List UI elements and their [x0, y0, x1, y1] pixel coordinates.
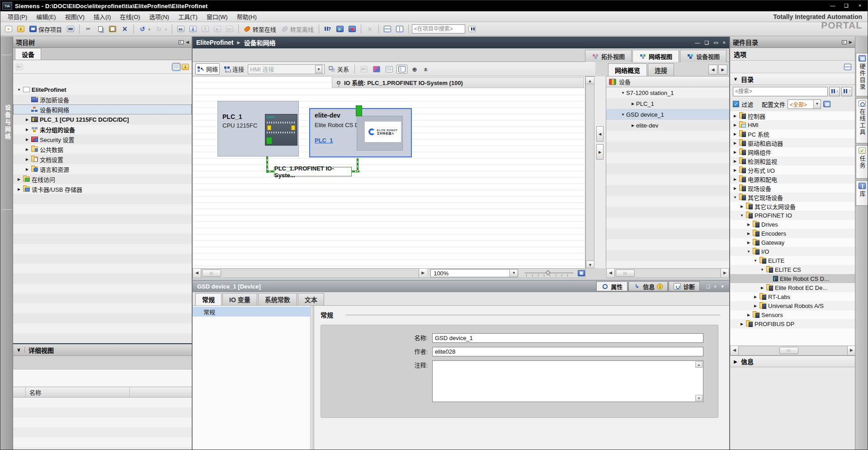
chevron-collapsed-icon[interactable]: ▶: [745, 241, 752, 245]
open-project-button[interactable]: [15, 24, 26, 33]
chevron-collapsed-icon[interactable]: ▶: [739, 204, 745, 208]
overview-row[interactable]: ▼GSD device_1: [606, 109, 729, 120]
zoom-slider[interactable]: [524, 270, 573, 276]
filter-checkbox[interactable]: ✓: [733, 101, 739, 107]
tab-texts[interactable]: 文本: [298, 293, 324, 305]
sidetab-online-tools[interactable]: 在线工具: [856, 98, 868, 143]
scroll-right-icon[interactable]: ▶: [721, 269, 729, 278]
tree-sort-icon[interactable]: [16, 64, 23, 70]
overview-row[interactable]: ▼S7-1200 station_1: [606, 87, 729, 98]
chevron-collapsed-icon[interactable]: ▶: [24, 157, 30, 161]
elite-device-node[interactable]: elite-dev Elite Robot CS D... PLC_1 ELIT…: [309, 108, 412, 157]
catalog-item[interactable]: ▶现场设备: [730, 184, 855, 193]
search-up-icon[interactable]: [841, 87, 852, 96]
start-simulation-button[interactable]: [335, 24, 345, 33]
inspector-nav-item[interactable]: 常规: [193, 307, 310, 317]
menu-help[interactable]: 帮助(H): [232, 11, 261, 22]
canvas-horizontal-scrollbar[interactable]: ◀ ||| ▶ 100% ▼: [193, 268, 585, 278]
chevron-expanded-icon[interactable]: ▼: [739, 213, 745, 218]
dropdown-arrow-icon[interactable]: ▼: [315, 65, 322, 73]
zoom-menu-button[interactable]: [422, 65, 429, 74]
chevron-expanded-icon[interactable]: ▼: [16, 88, 22, 92]
catalog-section-bar[interactable]: ∨ 目录: [730, 73, 855, 85]
chevron-collapsed-icon[interactable]: ▶: [24, 128, 30, 132]
redo-button[interactable]: ±: [153, 24, 168, 33]
collapse-panel-icon[interactable]: ▶: [849, 40, 852, 44]
assign-device-name-button[interactable]: [359, 65, 369, 74]
chevron-expanded-icon[interactable]: ▼: [752, 259, 759, 263]
chevron-collapsed-icon[interactable]: ▶: [739, 322, 745, 326]
chevron-collapsed-icon[interactable]: ▶: [24, 167, 30, 171]
project-tree-item[interactable]: ▶Security 设置: [13, 134, 192, 144]
chevron-collapsed-icon[interactable]: ▶: [732, 186, 738, 190]
compile-button[interactable]: [175, 24, 186, 33]
project-tree-item[interactable]: ▶在线访问: [13, 174, 192, 184]
tab-topology-view[interactable]: 拓扑视图: [585, 50, 632, 62]
catalog-item[interactable]: ▶电源和配电: [730, 175, 855, 184]
device-name-input[interactable]: [432, 333, 703, 343]
chevron-expanded-icon[interactable]: ▼: [745, 250, 752, 254]
author-input[interactable]: [432, 347, 703, 356]
window-mode-icon[interactable]: [844, 64, 851, 70]
catalog-item[interactable]: ▶Elite Robot EC De...: [730, 283, 855, 292]
catalog-item[interactable]: ▶其它以太网设备: [730, 202, 855, 211]
plc-device-node[interactable]: PLC_1 CPU 1215FC: [217, 101, 299, 156]
connection-type-combo[interactable]: HMI 连接▼: [248, 64, 325, 74]
splitter-right-icon[interactable]: ▶: [596, 144, 604, 160]
upload-from-device-button[interactable]: [200, 24, 211, 33]
scroll-right-icon[interactable]: ▶: [419, 269, 427, 278]
go-online-button[interactable]: 转至在线: [242, 24, 278, 35]
catalog-info-bar[interactable]: ▶ 信息: [730, 355, 855, 367]
chevron-collapsed-icon[interactable]: ▶: [732, 177, 738, 181]
catalog-item[interactable]: ▶PROFIBUS DP: [730, 319, 855, 328]
project-tree-item[interactable]: ▶语言和资源: [13, 164, 192, 174]
stop-simulation-button[interactable]: [347, 24, 358, 33]
catalog-item[interactable]: ▶Gateway: [730, 238, 855, 247]
minimize-button[interactable]: —: [827, 2, 839, 10]
tab-general[interactable]: 常规: [195, 293, 222, 305]
search-project-button[interactable]: [467, 24, 477, 33]
chevron-collapsed-icon[interactable]: ▶: [630, 123, 636, 128]
catalog-item[interactable]: ▶分布式 I/O: [730, 166, 855, 175]
chevron-collapsed-icon[interactable]: ▶: [732, 168, 738, 172]
chevron-collapsed-icon[interactable]: ▶: [16, 177, 22, 181]
menu-window[interactable]: 窗口(W): [202, 11, 232, 22]
catalog-item[interactable]: ▶Drives: [730, 220, 855, 229]
info-tab-button[interactable]: 信息i: [628, 281, 668, 291]
sidetab-libraries[interactable]: 库: [856, 180, 868, 206]
project-tree-item[interactable]: ▶读卡器/USB 存储器: [13, 184, 192, 194]
restore-button[interactable]: ❑: [840, 2, 852, 10]
chevron-down-icon[interactable]: ∨: [730, 76, 741, 82]
catalog-item[interactable]: ▶HMI: [730, 120, 855, 129]
sidetab-hardware-catalog[interactable]: 硬件目录: [856, 53, 868, 96]
paste-button[interactable]: [107, 24, 118, 33]
catalog-item[interactable]: ▼ELITE CS: [730, 265, 855, 274]
catalog-item[interactable]: ▼PROFINET IO: [730, 211, 855, 220]
cross-reference-button[interactable]: [364, 24, 375, 33]
catalog-item[interactable]: ▶控制器: [730, 111, 855, 120]
print-button[interactable]: [65, 24, 76, 33]
menu-project[interactable]: 项目(P): [3, 11, 32, 22]
chevron-collapsed-icon[interactable]: ▶: [745, 223, 752, 227]
catalog-item[interactable]: ▶PC 系统: [730, 129, 855, 138]
chevron-expanded-icon[interactable]: ▼: [620, 113, 626, 117]
breadcrumb-project[interactable]: EliteProfinet: [196, 39, 233, 46]
scroll-thumb[interactable]: |||: [779, 347, 798, 354]
zoom-level-field[interactable]: 100% ▼: [430, 269, 518, 277]
catalog-horizontal-scrollbar[interactable]: ◀ ||| ▶: [730, 346, 856, 355]
network-canvas[interactable]: IO 系统: PLC_1.PROFINET IO-System (100) PL…: [193, 76, 585, 268]
tabs-scroll-right-icon[interactable]: ▶: [718, 65, 727, 75]
editor-maximize-icon[interactable]: ▭: [713, 40, 718, 46]
chevron-expanded-icon[interactable]: ▼: [759, 268, 765, 272]
splitter-left-icon[interactable]: ◀: [596, 126, 604, 142]
float-panel-icon[interactable]: [179, 40, 184, 44]
copy-button[interactable]: [95, 24, 106, 33]
connections-button[interactable]: 连接: [222, 63, 246, 75]
column-view-icon[interactable]: [173, 64, 180, 70]
overview-row[interactable]: ▶elite-dev: [606, 120, 729, 131]
collapse-panel-icon[interactable]: ◀: [186, 40, 189, 44]
catalog-item[interactable]: ▶网络组件: [730, 147, 855, 156]
chevron-collapsed-icon[interactable]: ▶: [759, 286, 765, 290]
chevron-collapsed-icon[interactable]: ▶: [745, 313, 752, 317]
tab-system-constants[interactable]: 系统常数: [258, 293, 297, 305]
